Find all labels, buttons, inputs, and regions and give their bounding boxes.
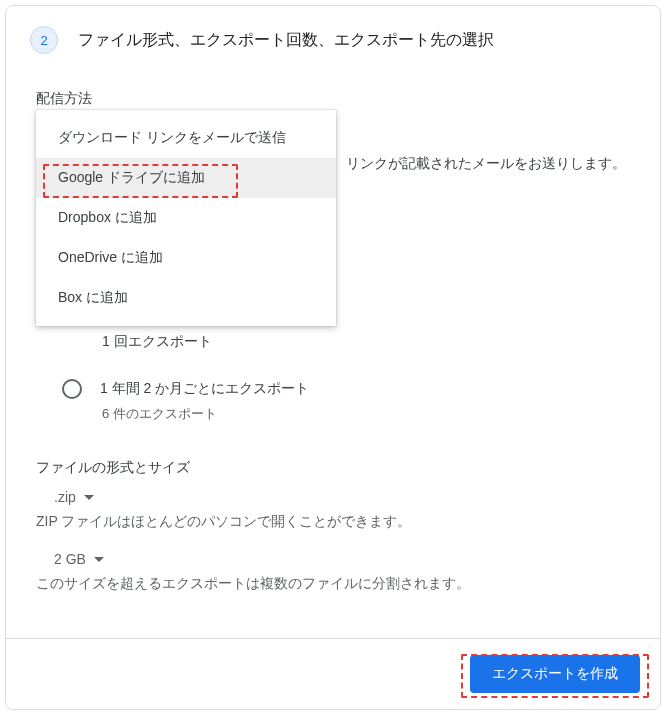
file-format-select[interactable]: .zip [54,489,630,505]
footer-bar: エクスポートを作成 [6,638,660,709]
export-settings-card: 2 ファイル形式、エクスポート回数、エクスポート先の選択 配信方法 リンクが記載… [5,5,661,710]
frequency-periodic-label: 1 年間 2 か月ごとにエクスポート [100,380,309,398]
file-size-help: このサイズを超えるエクスポートは複数のファイルに分割されます。 [36,575,630,593]
dropdown-item-email[interactable]: ダウンロード リンクをメールで送信 [36,118,336,158]
content-area: 配信方法 リンクが記載されたメールをお送りします。 ダウンロード リンクをメール… [6,70,660,638]
export-once-sub: 1 回エクスポート [102,333,630,351]
dropdown-item-box[interactable]: Box に追加 [36,278,336,318]
file-format-section-label: ファイルの形式とサイズ [36,459,630,477]
file-size-value: 2 GB [54,551,86,567]
frequency-periodic-sub: 6 件のエクスポート [102,405,630,423]
delivery-hint-text: リンクが記載されたメールをお送りします。 [346,155,626,173]
radio-unchecked-icon [62,379,82,399]
step-number: 2 [40,33,47,48]
dropdown-item-google-drive[interactable]: Google ドライブに追加 [36,158,336,198]
file-format-help: ZIP ファイルはほとんどのパソコンで開くことができます。 [36,513,630,531]
dropdown-item-dropbox[interactable]: Dropbox に追加 [36,198,336,238]
file-size-select[interactable]: 2 GB [54,551,630,567]
file-format-value: .zip [54,489,76,505]
dropdown-item-onedrive[interactable]: OneDrive に追加 [36,238,336,278]
step-number-badge: 2 [30,26,58,54]
delivery-method-label: 配信方法 [36,90,630,108]
create-export-button[interactable]: エクスポートを作成 [470,655,640,693]
step-header: 2 ファイル形式、エクスポート回数、エクスポート先の選択 [6,6,660,70]
step-title: ファイル形式、エクスポート回数、エクスポート先の選択 [78,30,494,51]
caret-down-icon [94,557,104,562]
delivery-method-dropdown: ダウンロード リンクをメールで送信 Google ドライブに追加 Dropbox… [36,110,336,326]
caret-down-icon [84,495,94,500]
frequency-section: 1 回エクスポート 1 年間 2 か月ごとにエクスポート 6 件のエクスポート [36,333,630,423]
frequency-periodic-option[interactable]: 1 年間 2 か月ごとにエクスポート [62,379,630,399]
